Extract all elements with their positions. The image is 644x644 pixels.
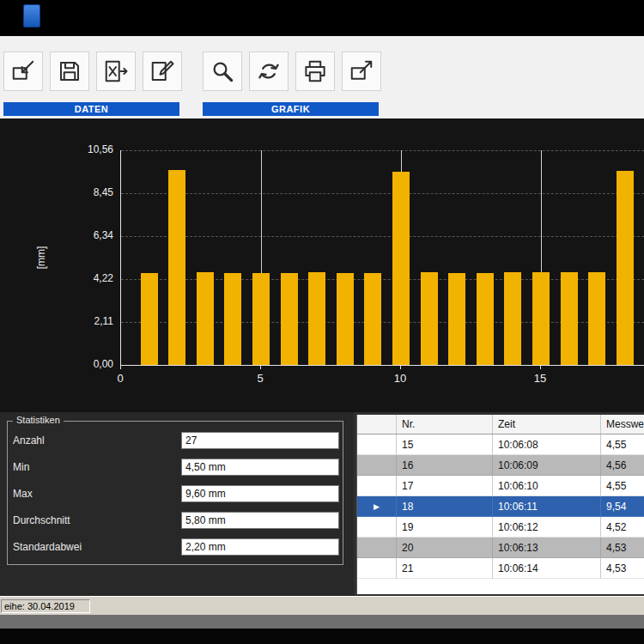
nr-cell[interactable]: 18: [397, 496, 493, 517]
chart-xtick-label: 10: [394, 372, 406, 385]
table-row-16[interactable]: 1610:06:094,56: [357, 455, 644, 476]
zeit-cell[interactable]: 10:06:08: [493, 434, 601, 455]
nr-cell[interactable]: 20: [397, 538, 493, 558]
messwert-cell[interactable]: 4,55: [601, 434, 644, 455]
messwert-cell[interactable]: 9,54: [601, 496, 644, 517]
row-selector-cell[interactable]: ▶: [357, 496, 397, 517]
zeit-cell[interactable]: 10:06:12: [493, 517, 601, 538]
nr-cell[interactable]: 21: [397, 558, 493, 579]
recycle-icon: [256, 58, 282, 84]
printer-icon: [302, 58, 328, 84]
chart-bar-16: [561, 272, 578, 365]
table-header: Nr.ZeitMesswert: [357, 415, 644, 434]
chart-ytick-label: 6,34: [0, 229, 113, 241]
chart-ytick-label: 10,56: [0, 143, 113, 155]
chart-bar-6: [281, 273, 298, 365]
stat-field-value[interactable]: [181, 485, 339, 502]
stat-field-min: Min: [11, 459, 339, 477]
chart-bar-1: [141, 273, 158, 365]
stat-field-label: Anzahl: [13, 434, 45, 447]
messwert-cell[interactable]: 4,55: [601, 476, 644, 496]
stat-field-value[interactable]: [181, 432, 339, 449]
nr-cell[interactable]: 16: [397, 455, 493, 476]
row-selector-cell[interactable]: [357, 558, 397, 579]
messwert-cell[interactable]: 4,53: [601, 558, 644, 579]
chart-ytick-label: 2,11: [0, 315, 113, 327]
chart-bar-14: [504, 272, 521, 365]
table-header-cell-Messwert[interactable]: Messwert: [601, 415, 644, 434]
table-row-21[interactable]: 2110:06:144,53: [357, 558, 644, 579]
save-data-button[interactable]: [50, 52, 89, 91]
chart-xtick-mark: [260, 366, 261, 369]
export-icon: [349, 58, 374, 84]
chart-panel: [mm] 0,002,114,226,348,4510,56051015: [0, 118, 644, 412]
chart-plot: [120, 150, 644, 366]
nr-cell[interactable]: 15: [397, 434, 493, 455]
zeit-cell[interactable]: 10:06:09: [493, 455, 601, 476]
chart-xtick-label: 15: [534, 372, 546, 385]
chart-ytick-label: 0,00: [0, 358, 113, 370]
chart-bar-13: [477, 273, 494, 365]
export-graphic-button[interactable]: [342, 52, 381, 91]
chart-xtick-label: 5: [257, 372, 263, 385]
table-row-19[interactable]: 1910:06:124,52: [357, 517, 644, 538]
import-data-button[interactable]: [3, 52, 43, 91]
app-window: DATENGRAFIK [mm] 0,002,114,226,348,4510,…: [0, 0, 644, 644]
messwert-cell[interactable]: 4,56: [601, 455, 644, 476]
row-selector-cell[interactable]: [357, 434, 397, 455]
table-header-cell-Nr.[interactable]: Nr.: [397, 415, 493, 434]
chart-gridline-h: [121, 150, 644, 151]
chart-bar-12: [448, 273, 465, 365]
chart-xtick-mark: [400, 366, 401, 369]
chart-bar-11: [421, 272, 438, 365]
zoom-button[interactable]: [203, 52, 242, 91]
zeit-cell[interactable]: 10:06:10: [493, 476, 601, 496]
chart-xtick-label: 0: [117, 372, 123, 385]
chart-xtick-mark: [540, 366, 541, 369]
stat-field-durchschnitt: Durchschnitt: [11, 512, 339, 531]
chart-bar-7: [308, 272, 325, 365]
zeit-cell[interactable]: 10:06:14: [493, 558, 601, 579]
statusbar: eihe: 30.04.2019: [0, 596, 644, 615]
nr-cell[interactable]: 17: [397, 476, 493, 496]
edit-export-icon: [149, 58, 175, 84]
chart-ytick-label: 4,22: [0, 272, 113, 284]
table-row-17[interactable]: 1710:06:104,55: [357, 476, 644, 496]
chart-bar-3: [197, 272, 214, 365]
stat-field-value[interactable]: [181, 459, 339, 476]
refresh-button[interactable]: [249, 52, 289, 91]
stat-field-value[interactable]: [181, 512, 339, 529]
chart-bar-15: [532, 272, 550, 365]
chart-ytick-label: 8,45: [0, 186, 113, 198]
messwert-cell[interactable]: 4,53: [601, 538, 644, 558]
statistics-groupbox: Statistiken AnzahlMinMaxDurchschnittStan…: [7, 421, 343, 565]
stat-field-label: Min: [13, 461, 29, 473]
table-row-18[interactable]: ▶1810:06:119,54: [357, 496, 644, 517]
edit-export-button[interactable]: [143, 52, 182, 91]
row-selector-cell[interactable]: [357, 476, 397, 496]
table-header-cell-Zeit[interactable]: Zeit: [493, 415, 601, 434]
row-selector-cell[interactable]: [357, 517, 397, 538]
row-selector-cell[interactable]: [357, 538, 397, 558]
statistics-panel: Statistiken AnzahlMinMaxDurchschnittStan…: [0, 412, 354, 596]
chart-y-axis-title: [mm]: [35, 246, 47, 270]
print-button[interactable]: [295, 52, 335, 91]
statusbar-date: eihe: 30.04.2019: [1, 599, 90, 613]
table-header-cell-selector[interactable]: [357, 415, 397, 434]
zeit-cell[interactable]: 10:06:13: [493, 538, 601, 558]
toolbar-group-label-daten: DATEN: [3, 102, 179, 116]
chart-bar-2: [168, 170, 185, 365]
stat-field-value[interactable]: [181, 538, 339, 556]
toolbar: DATENGRAFIK: [0, 36, 644, 118]
chart-bar-8: [337, 273, 354, 365]
row-selector-cell[interactable]: [357, 455, 397, 476]
table-row-15[interactable]: 1510:06:084,55: [357, 434, 644, 455]
chart-bar-17: [588, 272, 605, 365]
excel-export-button[interactable]: [96, 52, 136, 91]
stat-field-standardabwei: Standardabwei: [11, 538, 339, 557]
zeit-cell[interactable]: 10:06:11: [493, 496, 601, 517]
table-row-20[interactable]: 2010:06:134,53: [357, 538, 644, 558]
nr-cell[interactable]: 19: [397, 517, 493, 538]
messwert-cell[interactable]: 4,52: [601, 517, 644, 538]
measurement-table: Nr.ZeitMesswert1510:06:084,551610:06:094…: [356, 415, 644, 594]
